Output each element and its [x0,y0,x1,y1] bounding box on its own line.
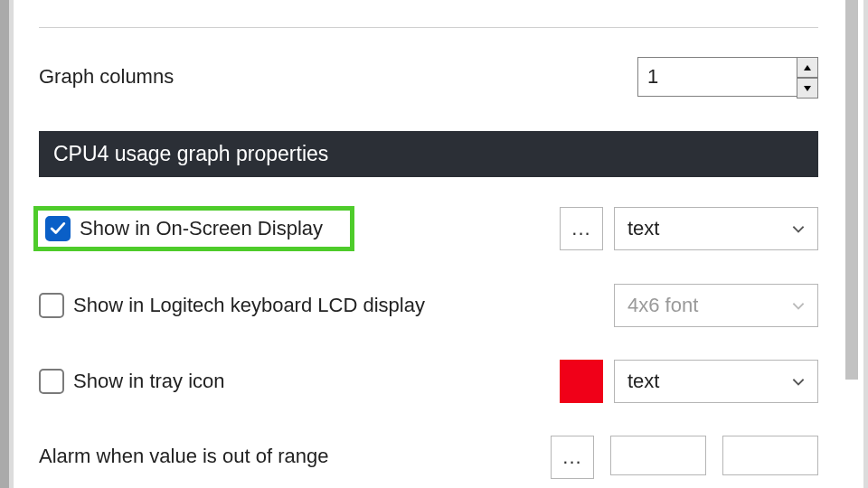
tray-color-swatch[interactable] [560,360,603,403]
alarm-left: Alarm when value is out of range [39,436,328,468]
lcd-left: Show in Logitech keyboard LCD display [39,293,425,318]
tray-select-value: text [627,370,659,393]
graph-columns-value: 1 [647,65,658,89]
osd-ellipsis-button[interactable]: ... [560,207,603,250]
alarm-min-input[interactable] [610,436,706,475]
svg-marker-0 [804,65,811,70]
alarm-label: Alarm when value is out of range [39,445,328,468]
ellipsis-icon: ... [571,217,590,240]
lcd-controls: 4x6 font [614,284,818,327]
lcd-select[interactable]: 4x6 font [614,284,818,327]
graph-columns-row: Graph columns 1 [39,55,818,99]
graph-columns-input[interactable]: 1 [637,57,818,97]
tray-controls: text [560,360,818,403]
tray-left: Show in tray icon [39,369,225,394]
osd-controls: ... text [560,207,818,250]
svg-marker-1 [804,86,811,91]
content-area: Graph columns 1 CPU4 usage graph [14,0,835,488]
lcd-label: Show in Logitech keyboard LCD display [73,294,425,317]
scrollbar-thumb[interactable] [845,0,858,380]
checkmark-icon [50,221,66,237]
tray-select[interactable]: text [614,360,818,403]
alarm-row: Alarm when value is out of range ... Min… [39,436,818,488]
spinner-down-button[interactable] [797,78,818,99]
alarm-max-col: Max [722,436,818,488]
graph-columns-label-wrap: Graph columns [39,65,174,89]
osd-highlight: Show in On-Screen Display [33,206,354,251]
osd-select-value: text [627,217,659,240]
tray-row: Show in tray icon text [39,360,818,403]
chevron-down-icon [790,221,807,237]
graph-columns-label: Graph columns [39,65,174,89]
osd-left: Show in On-Screen Display [39,206,354,251]
osd-select[interactable]: text [614,207,818,250]
settings-panel: Graph columns 1 CPU4 usage graph [9,0,868,488]
chevron-down-icon [790,297,807,314]
caret-up-icon [803,64,812,71]
tray-label: Show in tray icon [73,370,225,393]
lcd-select-value: 4x6 font [627,294,698,317]
osd-label: Show in On-Screen Display [80,217,323,240]
section-header: CPU4 usage graph properties [39,131,818,177]
ellipsis-icon: ... [562,446,581,469]
spinner-up-button[interactable] [797,57,818,78]
alarm-ellipsis-button[interactable]: ... [551,436,594,479]
graph-columns-controls: 1 [637,57,818,97]
alarm-max-input[interactable] [722,436,818,475]
alarm-controls: ... Min Max [551,436,818,488]
divider [39,27,818,28]
tray-checkbox[interactable] [39,369,64,394]
lcd-checkbox[interactable] [39,293,64,318]
chevron-down-icon [790,373,807,389]
osd-checkbox[interactable] [45,216,71,241]
osd-row: Show in On-Screen Display ... text [39,206,818,251]
caret-down-icon [803,85,812,92]
lcd-row: Show in Logitech keyboard LCD display 4x… [39,284,818,327]
alarm-min-col: Min [610,436,706,488]
spinner-buttons [797,57,818,99]
